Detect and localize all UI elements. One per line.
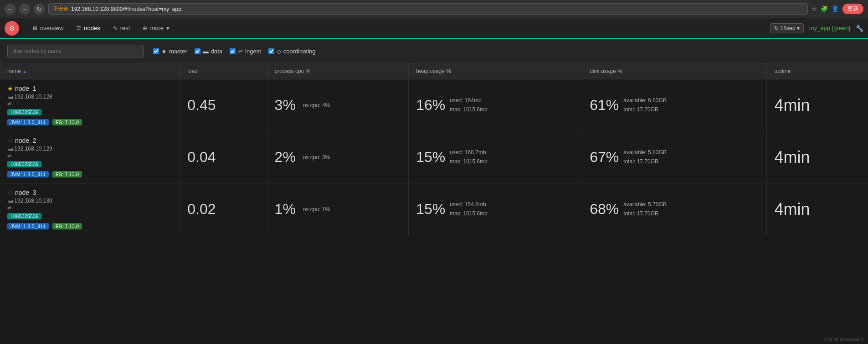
extension-icon[interactable]: 🧩 bbox=[821, 5, 828, 12]
rest-icon: ✎ bbox=[113, 25, 118, 31]
uptime-value: 4min bbox=[774, 148, 810, 167]
col-uptime[interactable]: uptime bbox=[767, 63, 868, 79]
node-name-cell: ☆ node_2 🖴 192.168.10.129 ⇌ 1065025536 J… bbox=[0, 131, 180, 183]
node-name: ★ node_1 bbox=[7, 85, 172, 92]
sort-arrow: ▲ bbox=[22, 69, 27, 74]
header-right: ↻ 15sec ▾ my_app [green] 🔧 bbox=[770, 23, 863, 33]
heap-max: max: 1015.6mb bbox=[450, 209, 488, 218]
disk-pct: 67% bbox=[590, 149, 619, 166]
disk-cell: 61% available: 6.83GB total: 17.70GB bbox=[582, 79, 767, 131]
disk-pct: 61% bbox=[590, 97, 619, 114]
checkbox-master[interactable]: ★ master bbox=[153, 48, 187, 55]
forward-button[interactable]: → bbox=[19, 4, 30, 15]
checkbox-coordinating-input[interactable] bbox=[268, 48, 274, 54]
master-star-icon: ☆ bbox=[7, 189, 13, 196]
heap-details: used: 154.6mb max: 1015.6mb bbox=[450, 200, 488, 218]
heap-max: max: 1015.6mb bbox=[450, 105, 488, 114]
nav-overview[interactable]: ⊞ overview bbox=[26, 18, 70, 39]
browser-bar: ← → ↻ 不安全 192.168.10.128:9800/#!/nodes?h… bbox=[0, 0, 868, 18]
node-id-badge: 1065025536 bbox=[7, 109, 41, 115]
col-load[interactable]: load bbox=[180, 63, 267, 79]
cluster-name: my_app [green] bbox=[809, 25, 850, 31]
disk-avail: available: 6.83GB bbox=[623, 96, 667, 105]
node-es-badge: ES: 7.13.0 bbox=[52, 171, 82, 177]
coordinating-icon: ◇ bbox=[277, 48, 281, 55]
checkbox-coordinating[interactable]: ◇ coordinating bbox=[268, 48, 316, 55]
disk-icon: 🖴 bbox=[7, 146, 13, 152]
cpu-cell: 1% os cpu: 1% bbox=[267, 183, 409, 235]
refresh-chevron-icon: ▾ bbox=[797, 25, 800, 31]
bookmark-icon[interactable]: ☆ bbox=[812, 5, 817, 12]
checkbox-master-label: master bbox=[169, 48, 187, 55]
heap-details: used: 160.7mb max: 1015.6mb bbox=[450, 148, 488, 166]
cpu-pct: 2% bbox=[275, 149, 296, 166]
disk-avail: available: 5.83GB bbox=[623, 148, 667, 157]
cpu-cell: 2% os cpu: 3% bbox=[267, 131, 409, 183]
disk-cell: 67% available: 5.83GB total: 17.70GB bbox=[582, 131, 767, 183]
nav-more-label: more bbox=[150, 25, 164, 31]
refresh-selector[interactable]: ↻ 15sec ▾ bbox=[770, 23, 804, 33]
settings-icon[interactable]: 🔧 bbox=[856, 25, 863, 32]
col-cpu[interactable]: process cpu % bbox=[267, 63, 409, 79]
security-warning: 不安全 bbox=[53, 5, 68, 12]
os-cpu: os cpu: 3% bbox=[303, 154, 330, 161]
checkbox-master-input[interactable] bbox=[153, 48, 159, 54]
col-name[interactable]: name ▲ bbox=[0, 63, 180, 79]
disk-total: total: 17.70GB bbox=[623, 157, 667, 166]
more-icon: ⊕ bbox=[143, 25, 147, 31]
filter-input[interactable] bbox=[7, 45, 144, 57]
node-name: ☆ node_2 bbox=[7, 137, 172, 144]
nav-nodes[interactable]: ☰ nodes bbox=[70, 18, 106, 39]
nav-nodes-label: nodes bbox=[84, 25, 100, 31]
checkbox-data[interactable]: ▬ data bbox=[195, 48, 222, 55]
nav-overview-label: overview bbox=[40, 25, 63, 31]
load-cell: 0.45 bbox=[180, 79, 267, 131]
checkbox-ingest[interactable]: ⇌ ingest bbox=[230, 48, 261, 55]
back-button[interactable]: ← bbox=[5, 4, 15, 15]
checkbox-ingest-input[interactable] bbox=[230, 48, 236, 54]
col-heap[interactable]: heap usage % bbox=[409, 63, 582, 79]
nav-rest[interactable]: ✎ rest bbox=[107, 18, 137, 39]
load-cell: 0.02 bbox=[180, 183, 267, 235]
more-chevron-icon: ▾ bbox=[166, 25, 169, 31]
node-ip: 🖴 192.168.10.128 bbox=[7, 94, 172, 100]
disk-pct: 68% bbox=[590, 201, 619, 218]
refresh-icon: ↻ bbox=[774, 25, 779, 31]
url-bar[interactable]: 不安全 192.168.10.128:9800/#!/nodes?host=my… bbox=[48, 3, 808, 15]
checkbox-data-input[interactable] bbox=[195, 48, 200, 54]
app-logo: ⊙ bbox=[5, 21, 19, 36]
heap-used: used: 154.6mb bbox=[450, 200, 488, 209]
overview-icon: ⊞ bbox=[33, 25, 37, 31]
heap-max: max: 1015.6mb bbox=[450, 157, 488, 166]
disk-total: total: 17.70GB bbox=[623, 105, 667, 114]
master-star-icon: ☆ bbox=[7, 137, 13, 144]
heap-cell: 15% used: 154.6mb max: 1015.6mb bbox=[409, 183, 582, 235]
nav-rest-label: rest bbox=[120, 25, 130, 31]
node-id-badge: 1065025536 bbox=[7, 161, 41, 167]
heap-used: used: 160.7mb bbox=[450, 148, 488, 157]
disk-avail: available: 5.70GB bbox=[623, 200, 667, 209]
update-button[interactable]: 更新 bbox=[842, 4, 863, 14]
refresh-button[interactable]: ↻ bbox=[34, 4, 45, 15]
nodes-icon: ☰ bbox=[76, 25, 81, 31]
nav-more[interactable]: ⊕ more ▾ bbox=[136, 18, 176, 39]
os-cpu: os cpu: 1% bbox=[303, 206, 330, 213]
checkbox-ingest-label: ingest bbox=[245, 48, 261, 55]
col-disk[interactable]: disk usage % bbox=[582, 63, 767, 79]
node-jvm-badge: JVM: 1.8.0_311 bbox=[7, 119, 49, 125]
node-name: ☆ node_3 bbox=[7, 189, 172, 196]
node-name-cell: ★ node_1 🖴 192.168.10.128 ⇌ 1065025536 J… bbox=[0, 79, 180, 131]
node-ingest-icon: ⇌ bbox=[7, 101, 172, 107]
node-name-cell: ☆ node_3 🖴 192.168.10.130 ⇌ 1065025536 J… bbox=[0, 183, 180, 235]
cpu-pct: 1% bbox=[275, 201, 296, 218]
load-value: 0.45 bbox=[187, 97, 216, 113]
profile-icon[interactable]: 👤 bbox=[832, 5, 839, 12]
uptime-value: 4min bbox=[774, 200, 810, 219]
node-es-badge: ES: 7.13.0 bbox=[52, 223, 82, 229]
url-text: 192.168.10.128:9800/#!/nodes?host=my_app bbox=[71, 6, 181, 12]
disk-details: available: 6.83GB total: 17.70GB bbox=[623, 96, 667, 114]
table-row: ☆ node_2 🖴 192.168.10.129 ⇌ 1065025536 J… bbox=[0, 131, 868, 183]
node-ip: 🖴 192.168.10.129 bbox=[7, 146, 172, 152]
master-star-icon: ★ bbox=[161, 48, 167, 55]
checkbox-coordinating-label: coordinating bbox=[283, 48, 316, 55]
